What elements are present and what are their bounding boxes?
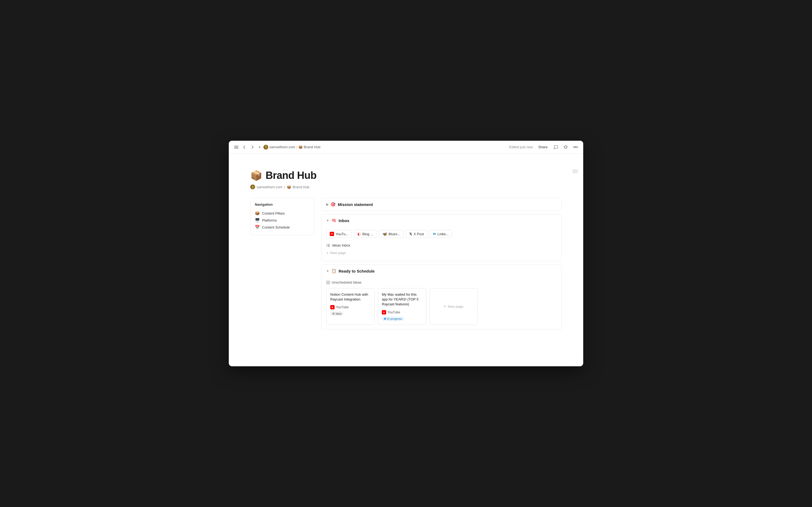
nav-item-content-pillars[interactable]: 📦 Content Pillars	[255, 210, 310, 217]
tab-bluesky[interactable]: 🦋 Blues...	[379, 230, 404, 238]
nav-item-content-schedule[interactable]: 📅 Content Schedule	[255, 224, 310, 231]
svg-rect-12	[329, 283, 330, 284]
page-title: Brand Hub	[266, 170, 316, 181]
ready-section-header[interactable]: ▼ 📋 Ready to Schedule	[322, 265, 562, 277]
ready-cards-section: Unscheduled Ideas Notion Content Hub wit…	[322, 277, 562, 329]
main-layout: Navigation 📦 Content Pillars 🖥️ Platform…	[250, 198, 562, 330]
mission-section: ▶ 🎯 Mission statement	[321, 198, 562, 211]
tab-linkedin[interactable]: in Linke...	[429, 230, 453, 238]
titlebar-left: + S samuelhorn.com / 📦 Brand Hub	[233, 144, 507, 151]
ready-section: ▼ 📋 Ready to Schedule	[321, 265, 562, 330]
page-breadcrumb: S samuelhorn.com / 📦 Brand Hub	[250, 184, 562, 189]
idea-badge-1: Idea	[330, 312, 343, 316]
inbox-toggle-icon: ▼	[326, 219, 329, 222]
back-button[interactable]	[241, 144, 247, 150]
tab-xpost[interactable]: 𝕏 X Post	[406, 230, 427, 238]
tab-bluesky-label: Blues...	[389, 232, 400, 236]
svg-rect-4	[328, 244, 330, 245]
svg-rect-5	[327, 245, 327, 246]
nav-title: Navigation	[255, 203, 310, 207]
card-mac-raycast-meta: YouTube In progress	[382, 310, 422, 321]
svg-rect-10	[329, 281, 330, 282]
edit-status: Edited just now	[509, 145, 533, 149]
breadcrumb: S samuelhorn.com / 📦 Brand Hub	[264, 145, 321, 150]
card-mac-raycast-platform: YouTube	[382, 310, 422, 315]
grid-icon	[326, 281, 330, 284]
svg-rect-2	[234, 148, 238, 149]
page-title-row: 📦 Brand Hub	[250, 170, 562, 181]
tab-blog-label: Blog ...	[362, 232, 373, 236]
page-icon: 📦	[250, 170, 263, 181]
card-notion-raycast-meta: YouTube Idea	[330, 305, 370, 316]
favorite-button[interactable]	[563, 144, 569, 150]
nav-item-platforms-label: Platforms	[262, 218, 277, 222]
inbox-section-header[interactable]: ▼ 🧠 Inbox	[322, 214, 562, 227]
new-page-card[interactable]: + New page	[429, 288, 478, 325]
inbox-icon: 🧠	[331, 218, 337, 223]
inbox-section: ▼ 🧠 Inbox YouTu...	[321, 214, 562, 261]
inprogress-badge: In progress	[382, 317, 404, 321]
tab-youtube-label: YouTu...	[336, 232, 348, 236]
more-button[interactable]: •••	[572, 144, 579, 151]
svg-rect-7	[327, 246, 327, 247]
share-button[interactable]: Share	[536, 144, 549, 150]
ideas-inbox-label: Ideas Inbox	[332, 243, 350, 247]
tab-blog[interactable]: ◐ Blog ...	[354, 230, 376, 238]
card-notion-raycast-badge: Idea	[330, 311, 370, 316]
svg-rect-0	[234, 146, 238, 146]
content-pillars-icon: 📦	[255, 211, 260, 216]
page-breadcrumb-page: Brand Hub	[293, 185, 309, 189]
tab-youtube[interactable]: YouTu...	[326, 230, 352, 238]
new-page-label-inbox: New page	[330, 251, 346, 255]
svg-rect-9	[327, 281, 328, 282]
titlebar: + S samuelhorn.com / 📦 Brand Hub Edited …	[229, 141, 583, 154]
unscheduled-label: Unscheduled Ideas	[332, 280, 361, 284]
card-notion-raycast[interactable]: Notion Content Hub with Raycast Integrat…	[326, 288, 374, 325]
scroll-indicator	[573, 170, 578, 173]
card-youtube-icon-1	[330, 305, 335, 309]
card-mac-raycast-badge: In progress	[382, 316, 422, 321]
card-mac-raycast-title: My Mac waited for this app for YEARS! (T…	[382, 292, 422, 307]
nav-item-platforms[interactable]: 🖥️ Platforms	[255, 217, 310, 224]
mission-toggle-icon: ▶	[326, 203, 329, 206]
cards-grid: Notion Content Hub with Raycast Integrat…	[326, 288, 557, 325]
platforms-icon: 🖥️	[255, 218, 260, 223]
page-breadcrumb-sep: /	[284, 185, 285, 189]
site-avatar: S	[264, 145, 268, 150]
card-mac-raycast-platform-label: YouTube	[388, 311, 400, 314]
breadcrumb-icon: 📦	[298, 145, 303, 149]
card-mac-raycast[interactable]: My Mac waited for this app for YEARS! (T…	[378, 288, 426, 325]
svg-rect-6	[328, 245, 330, 246]
svg-rect-11	[327, 283, 328, 284]
ideas-inbox-item[interactable]: Ideas Inbox	[326, 242, 557, 249]
comment-button[interactable]	[553, 144, 559, 150]
new-page-card-plus: +	[444, 304, 446, 309]
blog-icon: ◐	[357, 232, 361, 236]
card-youtube-icon-2	[382, 310, 386, 315]
content-area: ▶ 🎯 Mission statement ▼ 🧠 Inbox	[321, 198, 562, 330]
breadcrumb-page: Brand Hub	[304, 145, 321, 149]
nav-item-content-pillars-label: Content Pillars	[262, 211, 285, 215]
card-notion-raycast-platform: YouTube	[330, 305, 370, 309]
new-page-card-label: New page	[448, 304, 463, 308]
unscheduled-label-row: Unscheduled Ideas	[326, 280, 557, 284]
titlebar-right: Edited just now Share •••	[509, 144, 579, 151]
mission-section-header[interactable]: ▶ 🎯 Mission statement	[322, 198, 562, 211]
idea-badge-label-1: Idea	[336, 312, 341, 315]
new-tab-button[interactable]: +	[257, 144, 262, 151]
inbox-section-body: YouTu... ◐ Blog ... 🦋 Blues...	[322, 227, 562, 261]
inbox-label: Inbox	[339, 218, 349, 223]
ready-toggle-icon: ▼	[326, 269, 329, 273]
forward-button[interactable]	[249, 144, 255, 150]
page-breadcrumb-icon: 📦	[287, 185, 291, 189]
linkedin-icon: in	[433, 232, 436, 236]
navigation-box: Navigation 📦 Content Pillars 🖥️ Platform…	[250, 198, 315, 235]
bluesky-icon: 🦋	[383, 232, 387, 236]
menu-button[interactable]	[233, 144, 239, 150]
page-breadcrumb-site: samuelhorn.com	[257, 185, 283, 189]
breadcrumb-sep: /	[296, 145, 297, 149]
inprogress-badge-label: In progress	[387, 317, 402, 320]
new-page-row-inbox[interactable]: + New page	[326, 249, 557, 257]
inbox-tabs: YouTu... ◐ Blog ... 🦋 Blues...	[326, 230, 557, 238]
ready-label: Ready to Schedule	[339, 269, 374, 273]
